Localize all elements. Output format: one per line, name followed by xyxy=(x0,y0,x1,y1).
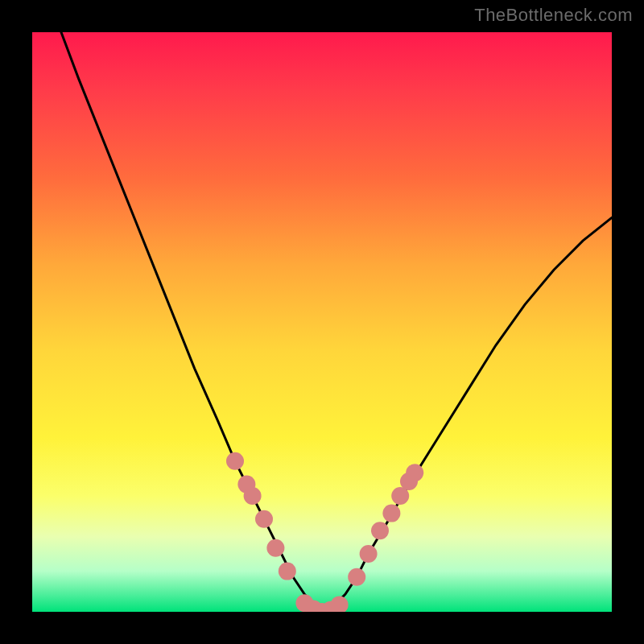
chart-frame: TheBottleneck.com xyxy=(0,0,644,644)
watermark-text: TheBottleneck.com xyxy=(474,5,633,26)
curve-lines xyxy=(61,32,612,612)
plot-area xyxy=(32,32,612,612)
chart-svg xyxy=(32,32,612,612)
data-marker xyxy=(255,510,273,528)
data-marker xyxy=(244,487,262,505)
data-marker xyxy=(382,505,400,522)
data-marker xyxy=(360,545,378,563)
curve-left-curve xyxy=(61,32,322,612)
data-marker xyxy=(406,464,423,481)
curve-markers xyxy=(226,452,423,612)
data-marker xyxy=(348,568,365,586)
data-marker xyxy=(226,452,244,470)
data-marker xyxy=(371,522,389,539)
data-marker xyxy=(331,596,349,612)
data-marker xyxy=(266,539,284,557)
data-marker xyxy=(279,563,296,580)
